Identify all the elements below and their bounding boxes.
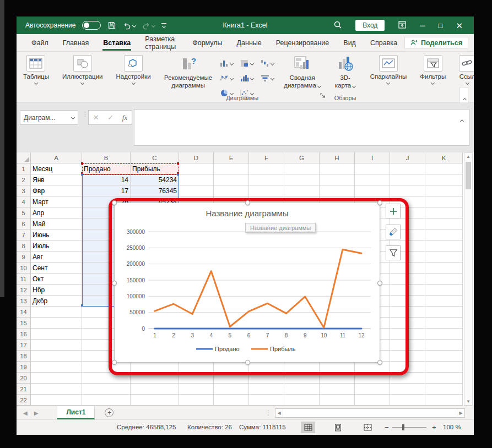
row-header[interactable]: 16 — [17, 329, 31, 340]
grid-cell[interactable] — [214, 163, 249, 174]
grid-cell[interactable] — [320, 395, 355, 406]
row-header[interactable]: 20 — [17, 373, 31, 384]
chart-handle-top-right[interactable] — [377, 200, 382, 205]
chart-styles-button[interactable] — [386, 225, 401, 239]
grid-cell[interactable] — [390, 163, 425, 174]
ribbon-tab[interactable]: Вставка — [96, 34, 138, 51]
grid-cell[interactable]: Июль — [31, 241, 82, 252]
scroll-left-icon[interactable]: ◀ — [275, 409, 283, 417]
grid-cell[interactable]: Дкбр — [31, 296, 82, 307]
column-header[interactable]: A — [31, 152, 82, 163]
row-header[interactable]: 18 — [17, 351, 31, 362]
row-header[interactable]: 13 — [17, 296, 31, 307]
grid-cell[interactable] — [214, 395, 249, 406]
enter-icon[interactable]: ✓ — [107, 113, 113, 122]
grid-cell[interactable] — [320, 174, 355, 185]
grid-cell[interactable]: 54234 — [131, 174, 179, 185]
column-header[interactable]: J — [390, 152, 425, 163]
sparklines-button[interactable]: Спарклайны — [367, 54, 410, 100]
grid-cell[interactable] — [425, 351, 463, 362]
grid-cell[interactable] — [284, 185, 320, 196]
grid-cell[interactable] — [31, 395, 82, 406]
column-header[interactable]: E — [214, 152, 249, 163]
collapse-formula-bar-icon[interactable] — [461, 115, 463, 125]
cancel-icon[interactable]: ✕ — [93, 113, 99, 122]
grid-cell[interactable]: Прибыль — [131, 163, 179, 174]
column-header[interactable]: D — [179, 152, 214, 163]
grid-cell[interactable] — [425, 185, 463, 196]
chart-handle-top-middle[interactable] — [245, 200, 250, 205]
column-header[interactable]: G — [284, 152, 320, 163]
name-box-dropdown-icon[interactable] — [71, 116, 75, 119]
formula-input[interactable] — [134, 109, 469, 146]
undo-dropdown-icon[interactable] — [132, 23, 136, 27]
grid-cell[interactable] — [355, 174, 390, 185]
ribbon-tab[interactable]: Файл — [24, 34, 56, 51]
chart-filters-button[interactable] — [386, 245, 401, 260]
addins-button[interactable]: Надстройки — [113, 54, 154, 100]
grid-cell[interactable] — [31, 362, 82, 373]
name-box[interactable]: Диаграм... — [20, 110, 78, 125]
next-sheet-icon[interactable]: ▶ — [34, 410, 45, 416]
zoom-out-icon[interactable]: − — [385, 423, 389, 431]
grid-cell[interactable] — [425, 395, 463, 406]
grid-cell[interactable] — [425, 174, 463, 185]
grid-cell[interactable] — [425, 241, 463, 252]
ribbon-tab[interactable]: Разметка страницы — [138, 34, 185, 51]
grid-cell[interactable] — [249, 185, 284, 196]
row-header[interactable]: 1 — [17, 163, 31, 174]
grid-cell[interactable] — [425, 318, 463, 329]
grid-cell[interactable] — [425, 163, 463, 174]
row-header[interactable]: 2 — [17, 174, 31, 185]
customize-qat-icon[interactable] — [161, 23, 166, 28]
tables-button[interactable]: Таблицы — [20, 54, 52, 100]
grid-cell[interactable] — [284, 395, 320, 406]
grid-cell[interactable]: 17 — [82, 185, 131, 196]
illustrations-button[interactable]: Иллюстрации — [59, 54, 106, 100]
sheet-tab-active[interactable]: Лист1 — [57, 406, 95, 419]
scroll-up-icon[interactable]: ▲ — [464, 154, 472, 159]
row-header[interactable]: 22 — [17, 395, 31, 406]
ribbon-tab[interactable]: Рецензирование — [269, 34, 337, 51]
row-header[interactable]: 8 — [17, 241, 31, 252]
grid-cell[interactable] — [31, 373, 82, 384]
insert-waterfall-chart-button[interactable] — [259, 56, 279, 70]
grid-cell[interactable] — [249, 163, 284, 174]
undo-button[interactable] — [123, 21, 136, 30]
grid-cell[interactable] — [425, 329, 463, 340]
row-header[interactable]: 3 — [17, 185, 31, 196]
grid-cell[interactable] — [284, 384, 320, 395]
chart-handle-bottom-right[interactable] — [377, 360, 382, 365]
recommended-charts-button[interactable]: ? Рекомендуемые диаграммы — [159, 54, 218, 94]
column-header[interactable]: B — [82, 152, 131, 163]
grid-cell[interactable] — [425, 274, 463, 285]
horizontal-scrollbar[interactable]: ◀ ▶ — [275, 408, 465, 418]
chart-handle-bottom-left[interactable] — [112, 360, 117, 365]
column-header[interactable]: F — [249, 152, 284, 163]
row-header[interactable]: 17 — [17, 340, 31, 351]
grid-cell[interactable] — [320, 185, 355, 196]
grid-cell[interactable] — [179, 185, 214, 196]
grid-cell[interactable] — [425, 218, 463, 230]
chart-handle-top-left[interactable] — [112, 200, 117, 205]
grid-cell[interactable] — [425, 362, 463, 373]
search-icon[interactable] — [333, 20, 342, 31]
ribbon-tab[interactable]: Данные — [230, 34, 269, 51]
grid-cell[interactable] — [355, 384, 390, 395]
maximize-button[interactable]: □ — [439, 22, 443, 29]
insert-scatter-chart-button[interactable] — [218, 71, 238, 85]
row-header[interactable]: 7 — [17, 230, 31, 241]
grid-cell[interactable] — [214, 174, 249, 185]
pivot-chart-button[interactable]: Сводная диаграмма — [279, 54, 326, 94]
grid-cell[interactable] — [355, 395, 390, 406]
column-header[interactable]: I — [355, 152, 390, 163]
grid-cell[interactable] — [179, 174, 214, 185]
grid-cell[interactable] — [425, 252, 463, 263]
chart-elements-button[interactable] — [386, 204, 401, 218]
grid-cell[interactable] — [425, 340, 463, 351]
grid-cell[interactable] — [31, 318, 82, 329]
ribbon-tab[interactable]: Формулы — [185, 34, 229, 51]
grid-cell[interactable] — [31, 340, 82, 351]
row-header[interactable]: 10 — [17, 263, 31, 274]
grid-cell[interactable] — [31, 384, 82, 395]
